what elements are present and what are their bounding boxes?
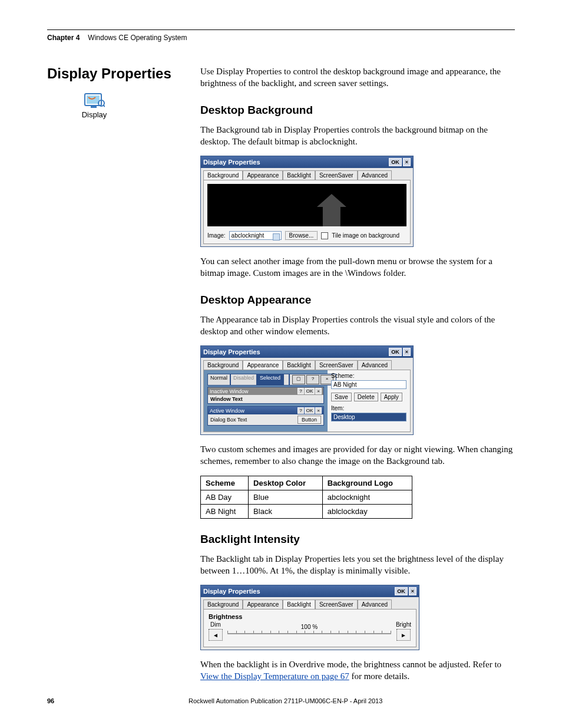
svg-rect-1 — [87, 95, 100, 104]
preview-active-window: Active Window — [210, 408, 244, 414]
help-icon: ? — [306, 375, 319, 384]
tab-screensaver[interactable]: ScreenSaver — [315, 599, 358, 609]
dim-arrow-button[interactable]: ◄ — [209, 629, 223, 641]
ok-button[interactable]: OK — [389, 348, 402, 356]
backlight-intensity-heading: Backlight Intensity — [200, 533, 515, 546]
close-icon[interactable]: × — [403, 348, 411, 356]
ap-paragraph-2: Two custom schemes and images are provid… — [200, 443, 515, 467]
browse-button[interactable]: Browse... — [285, 231, 318, 240]
brightness-slider[interactable]: 100 % — [227, 625, 391, 638]
dialog-title: Display Properties — [203, 159, 260, 166]
th-scheme: Scheme — [201, 476, 249, 490]
desktop-appearance-heading: Desktop Appearance — [200, 294, 515, 307]
desktop-background-heading: Desktop Background — [200, 104, 515, 117]
tab-background[interactable]: Background — [203, 360, 243, 370]
tab-backlight[interactable]: Backlight — [283, 599, 315, 609]
tile-label: Tile image on background — [332, 232, 399, 239]
item-label: Item: — [331, 405, 406, 411]
display-icon-block: Display — [71, 93, 118, 119]
close-icon[interactable]: × — [403, 158, 411, 166]
clock-tower-graphic — [317, 194, 346, 226]
close-icon[interactable]: × — [409, 587, 416, 595]
chapter-title: Windows CE Operating System — [88, 34, 187, 42]
appearance-preview: Normal Disabled Selected ▢?× Inactive Wi… — [204, 370, 328, 431]
image-dropdown[interactable]: abclocknight — [229, 231, 282, 240]
bright-arrow-button[interactable]: ► — [396, 629, 411, 641]
tab-background[interactable]: Background — [203, 599, 243, 609]
tab-advanced[interactable]: Advanced — [358, 170, 392, 180]
restore-icon: ▢ — [292, 375, 305, 384]
ap-paragraph-1: The Appearance tab in Display Properties… — [200, 314, 515, 338]
publication-info: Rockwell Automation Publication 2711P-UM… — [189, 697, 382, 704]
delete-button[interactable]: Delete — [354, 393, 378, 401]
tile-checkbox[interactable] — [321, 232, 328, 239]
preview-button: Button — [297, 416, 321, 424]
tab-bar: Background Appearance Backlight ScreenSa… — [201, 168, 413, 180]
bg-paragraph-2: You can select another image from the pu… — [200, 255, 515, 279]
tab-advanced[interactable]: Advanced — [358, 599, 392, 609]
svg-rect-2 — [91, 106, 97, 108]
tab-appearance[interactable]: Appearance — [243, 599, 283, 609]
dialog-title: Display Properties — [203, 588, 260, 595]
scheme-table: Scheme Desktop Color Background Logo AB … — [200, 476, 412, 519]
bl-paragraph-1: The Backlight tab in Display Properties … — [200, 553, 515, 577]
brightness-percent: 100 % — [301, 624, 318, 630]
ok-button[interactable]: OK — [395, 587, 408, 595]
section-title: Display Properties — [47, 65, 183, 82]
page-number: 96 — [47, 697, 189, 704]
dim-label: Dim — [210, 621, 221, 628]
save-button[interactable]: Save — [331, 393, 352, 401]
tab-appearance[interactable]: Appearance — [243, 360, 283, 370]
bright-label: Bright — [396, 621, 411, 628]
display-properties-dialog-appearance: Display Properties OK × Background Appea… — [200, 345, 414, 435]
tab-backlight[interactable]: Backlight — [283, 360, 315, 370]
display-monitor-icon — [84, 93, 105, 109]
background-preview — [207, 184, 406, 226]
display-properties-dialog-background: Display Properties OK × Background Appea… — [200, 156, 414, 247]
preview-dialog-text: Dialog Box Text — [210, 417, 247, 423]
cross-reference-link[interactable]: View the Display Temperature on page 67 — [200, 671, 349, 681]
ok-button[interactable]: OK — [389, 158, 402, 166]
preview-inactive-window: Inactive Window — [210, 388, 249, 394]
preview-tab-disabled: Disabled — [230, 374, 257, 386]
scheme-label: Scheme: — [331, 373, 406, 379]
table-row: AB Night Black ablclockday — [201, 504, 412, 518]
tab-background[interactable]: Background — [203, 170, 243, 180]
apply-button[interactable]: Apply — [381, 393, 402, 401]
chapter-label: Chapter 4 — [47, 34, 80, 42]
dialog-title: Display Properties — [203, 348, 260, 355]
scheme-dropdown[interactable]: AB Night — [331, 380, 406, 389]
th-background-logo: Background Logo — [322, 476, 412, 490]
running-header: Chapter 4 Windows CE Operating System — [47, 34, 515, 42]
bl-paragraph-2: When the backlight is in Overdrive mode,… — [200, 658, 515, 683]
table-row: AB Day Blue abclocknight — [201, 490, 412, 504]
tab-screensaver[interactable]: ScreenSaver — [315, 170, 358, 180]
icon-caption: Display — [71, 110, 118, 119]
preview-tab-normal: Normal — [207, 374, 230, 386]
image-label: Image: — [207, 232, 226, 239]
th-desktop-color: Desktop Color — [249, 476, 323, 490]
item-dropdown[interactable]: Desktop — [331, 413, 406, 421]
brightness-label: Brightness — [209, 613, 411, 620]
tab-screensaver[interactable]: ScreenSaver — [315, 360, 358, 370]
tab-backlight[interactable]: Backlight — [283, 170, 315, 180]
svg-line-4 — [103, 105, 105, 107]
tab-bar: Background Appearance Backlight ScreenSa… — [201, 358, 413, 370]
intro-paragraph: Use Display Properties to control the de… — [200, 65, 515, 90]
tab-appearance[interactable]: Appearance — [243, 170, 283, 180]
bg-paragraph-1: The Background tab in Display Properties… — [200, 124, 515, 148]
tab-advanced[interactable]: Advanced — [358, 360, 392, 370]
preview-window-text: Window Text — [210, 396, 243, 402]
tab-bar: Background Appearance Backlight ScreenSa… — [201, 597, 419, 609]
preview-tab-selected: Selected — [257, 374, 283, 386]
display-properties-dialog-backlight: Display Properties OK × Background Appea… — [200, 585, 419, 650]
